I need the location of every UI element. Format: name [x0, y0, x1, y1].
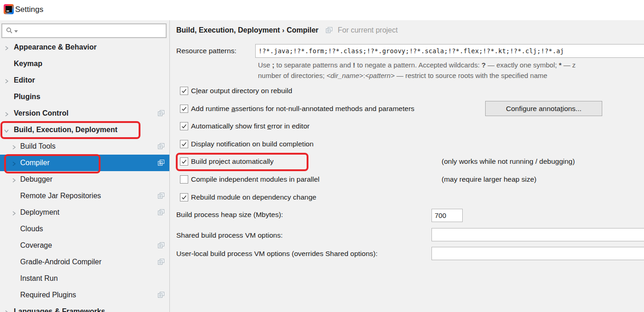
user-local-vm-options-input[interactable]	[431, 247, 644, 260]
checkbox-row: Rebuild module on dependency change	[180, 189, 644, 206]
checkbox-comment: (may require larger heap size)	[442, 171, 537, 188]
checkbox-label[interactable]: Clear output directory on rebuild	[191, 83, 292, 99]
current-project-icon	[158, 160, 165, 166]
sidebar-item-debugger[interactable]: Debugger	[0, 171, 169, 188]
sidebar-item-label: Languages & Frameworks	[14, 303, 105, 312]
checkbox-row: Clear output directory on rebuild	[180, 83, 644, 99]
checkbox-comment: (only works while not running / debuggin…	[442, 153, 575, 170]
sidebar-item-clouds[interactable]: Clouds	[0, 221, 169, 237]
sidebar-item-label: Deployment	[20, 204, 59, 221]
sidebar-item-version-control[interactable]: Version Control	[0, 105, 169, 122]
sidebar-item-label: Version Control	[14, 105, 68, 122]
intellij-logo-icon	[4, 4, 14, 14]
checkbox[interactable]	[180, 157, 188, 166]
checkbox[interactable]	[180, 175, 188, 184]
sidebar-item-gradle-android-compiler[interactable]: Gradle-Android Compiler	[0, 254, 169, 270]
configure-annotations-button[interactable]: Configure annotations...	[485, 101, 602, 116]
chevron-right-icon[interactable]	[11, 160, 17, 166]
checkbox[interactable]	[180, 122, 188, 130]
sidebar-item-plugins[interactable]: Plugins	[0, 89, 169, 105]
chevron-right-icon[interactable]	[4, 309, 9, 312]
sidebar-item-deployment[interactable]: Deployment	[0, 204, 169, 221]
sidebar-item-label: Editor	[14, 72, 35, 89]
user-local-vm-options-label: User-local build process VM options (ove…	[176, 245, 378, 262]
window-title: Settings	[15, 0, 43, 20]
scope-label: For current project	[338, 26, 398, 34]
checkbox[interactable]	[180, 193, 188, 201]
current-project-icon	[158, 193, 165, 199]
shared-vm-options-label: Shared build process VM options:	[176, 227, 283, 244]
sidebar-item-label: Appearance & Behavior	[14, 39, 97, 56]
chevron-right-icon[interactable]	[4, 45, 9, 50]
chevron-down-icon[interactable]	[4, 127, 9, 133]
heap-size-label: Build process heap size (Mbytes):	[176, 206, 283, 223]
checkbox[interactable]	[180, 105, 188, 113]
sidebar-item-label: Plugins	[14, 89, 40, 105]
checkbox-row: Display notification on build completion	[180, 136, 644, 152]
checkbox-label[interactable]: Automatically show first error in editor	[191, 118, 309, 134]
search-icon	[6, 27, 13, 34]
sidebar-item-label: Instant Run	[20, 270, 58, 287]
sidebar-item-label: Coverage	[20, 237, 52, 254]
chevron-right-icon[interactable]	[11, 210, 17, 215]
sidebar-item-compiler[interactable]: Compiler	[0, 155, 169, 171]
checkbox-label[interactable]: Build project automatically	[191, 153, 274, 170]
sidebar-item-build-tools[interactable]: Build Tools	[0, 138, 169, 155]
sidebar-item-keymap[interactable]: Keymap	[0, 56, 169, 72]
sidebar-item-coverage[interactable]: Coverage	[0, 237, 169, 254]
sidebar-item-editor[interactable]: Editor	[0, 72, 169, 89]
checkbox-label[interactable]: Add runtime assertions for not-null-anno…	[191, 100, 414, 117]
sidebar-item-label: Build Tools	[20, 138, 56, 155]
checkbox-label[interactable]: Rebuild module on dependency change	[191, 189, 316, 206]
breadcrumb-current: Compiler	[286, 26, 318, 34]
sidebar-item-required-plugins[interactable]: Required Plugins	[0, 287, 169, 303]
compiler-settings-panel: Build, Execution, Deployment›Compiler Fo…	[170, 20, 644, 312]
checkbox[interactable]	[180, 140, 188, 148]
sidebar-item-label: Remote Jar Repositories	[20, 188, 101, 204]
sidebar-item-remote-jar-repositories[interactable]: Remote Jar Repositories	[0, 188, 169, 204]
checkbox-label[interactable]: Compile independent modules in parallel	[191, 171, 319, 188]
checkbox[interactable]	[180, 87, 188, 95]
sidebar-item-languages-frameworks[interactable]: Languages & Frameworks	[0, 303, 169, 312]
sidebar-item-label: Required Plugins	[20, 287, 76, 303]
current-project-icon	[326, 27, 333, 33]
current-project-icon	[158, 242, 165, 249]
settings-search-box[interactable]	[1, 23, 167, 38]
checkbox-row: Add runtime assertions for not-null-anno…	[180, 100, 644, 117]
resource-patterns-label: Resource patterns:	[176, 44, 236, 58]
sidebar-item-instant-run[interactable]: Instant Run	[0, 270, 169, 287]
sidebar-item-label: Compiler	[20, 155, 50, 171]
sidebar-item-label: Gradle-Android Compiler	[20, 254, 101, 270]
heap-size-input[interactable]	[431, 209, 463, 222]
checkbox-row: Compile independent modules in parallel(…	[180, 171, 644, 188]
sidebar-item-build-execution-deployment[interactable]: Build, Execution, Deployment	[0, 122, 169, 138]
checkbox-row: Build project automatically(only works w…	[180, 153, 644, 170]
breadcrumb-parent[interactable]: Build, Execution, Deployment	[176, 26, 280, 34]
resource-patterns-input[interactable]	[255, 44, 644, 58]
resource-patterns-help-line2: number of directories; <dir_name>:<patte…	[258, 70, 547, 81]
settings-sidebar: Appearance & BehaviorKeymapEditorPlugins…	[0, 20, 170, 312]
current-project-icon	[158, 110, 165, 117]
checkbox-row: Automatically show first error in editor	[180, 118, 644, 134]
current-project-icon	[158, 209, 165, 216]
search-input[interactable]	[21, 24, 164, 36]
sidebar-item-label: Keymap	[14, 56, 42, 72]
search-options-caret-icon[interactable]	[14, 30, 18, 33]
checkbox-label[interactable]: Display notification on build completion	[191, 136, 314, 152]
current-project-icon	[158, 259, 165, 265]
chevron-right-icon[interactable]	[4, 78, 9, 83]
chevron-right-icon[interactable]	[11, 177, 17, 182]
shared-vm-options-input[interactable]	[431, 228, 644, 241]
resource-patterns-help-line1: Use ; to separate patterns and ! to nega…	[258, 60, 576, 70]
breadcrumb-separator: ›	[280, 27, 287, 34]
sidebar-item-label: Build, Execution, Deployment	[14, 122, 118, 138]
current-project-icon	[158, 143, 165, 150]
current-project-icon	[158, 292, 165, 298]
sidebar-item-label: Debugger	[20, 171, 52, 188]
chevron-right-icon[interactable]	[11, 144, 17, 149]
sidebar-item-label: Clouds	[20, 221, 43, 237]
breadcrumb: Build, Execution, Deployment›Compiler Fo…	[176, 23, 398, 38]
window-titlebar: Settings	[0, 0, 644, 21]
sidebar-item-appearance-behavior[interactable]: Appearance & Behavior	[0, 39, 169, 56]
chevron-right-icon[interactable]	[4, 111, 9, 116]
